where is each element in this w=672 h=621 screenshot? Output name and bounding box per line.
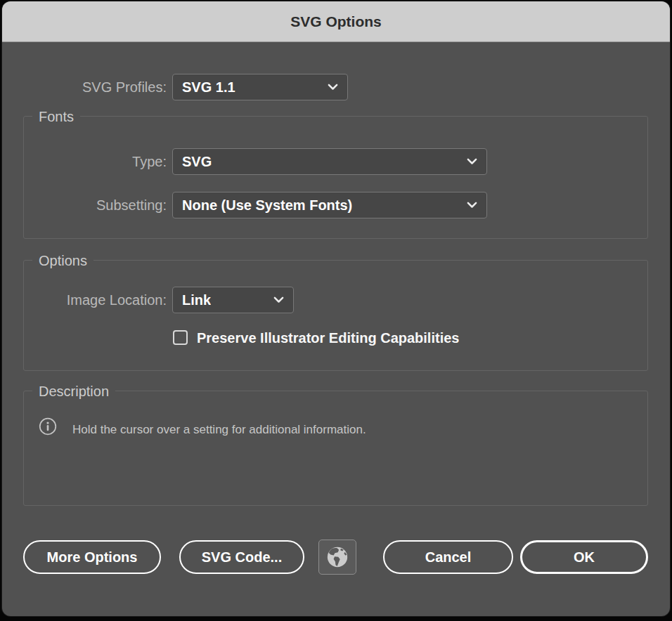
- more-options-button-label: More Options: [47, 549, 138, 566]
- web-preview-button[interactable]: [318, 540, 356, 575]
- ok-button[interactable]: OK: [520, 540, 648, 574]
- fonts-group-legend: Fonts: [32, 106, 80, 127]
- svg-profiles-label: SVG Profiles:: [2, 74, 167, 100]
- font-type-select[interactable]: SVG: [172, 148, 487, 175]
- options-group: Options: [23, 260, 648, 371]
- image-location-value: Link: [182, 292, 211, 308]
- chevron-down-icon: [467, 202, 477, 209]
- font-subsetting-select[interactable]: None (Use System Fonts): [172, 192, 487, 218]
- chevron-down-icon: [328, 84, 338, 91]
- dialog-titlebar[interactable]: SVG Options: [2, 1, 670, 42]
- chevron-down-icon: [467, 158, 477, 165]
- cancel-button[interactable]: Cancel: [383, 540, 513, 574]
- preserve-editing-checkbox[interactable]: [173, 330, 188, 345]
- description-text: Hold the cursor over a setting for addit…: [72, 421, 366, 438]
- dialog-title: SVG Options: [290, 13, 382, 30]
- image-location-select[interactable]: Link: [172, 287, 294, 313]
- fonts-group: Fonts: [23, 116, 648, 239]
- more-options-button[interactable]: More Options: [23, 540, 161, 574]
- options-group-legend: Options: [32, 250, 93, 271]
- svg-profiles-value: SVG 1.1: [182, 79, 235, 96]
- info-icon: [39, 417, 57, 438]
- svg-code-button-label: SVG Code...: [202, 549, 282, 566]
- ok-button-label: OK: [574, 549, 595, 566]
- svg-code-button[interactable]: SVG Code...: [179, 540, 304, 574]
- image-location-label: Image Location:: [2, 287, 167, 313]
- svg-options-dialog: SVG Options SVG Profiles: SVG 1.1 Fonts …: [2, 1, 670, 616]
- svg-profiles-select[interactable]: SVG 1.1: [172, 74, 348, 100]
- description-group-legend: Description: [32, 381, 115, 402]
- cancel-button-label: Cancel: [425, 549, 472, 566]
- description-group: Description: [23, 391, 648, 506]
- chevron-down-icon: [273, 296, 284, 303]
- globe-icon: [325, 545, 349, 569]
- font-type-label: Type:: [2, 148, 167, 175]
- font-subsetting-label: Subsetting:: [2, 192, 167, 218]
- screenshot-root: { "window": { "title": "SVG Options" }, …: [0, 0, 672, 621]
- font-subsetting-value: None (Use System Fonts): [182, 197, 352, 214]
- preserve-editing-checkbox-label[interactable]: Preserve Illustrator Editing Capabilitie…: [197, 329, 459, 346]
- font-type-value: SVG: [182, 154, 212, 170]
